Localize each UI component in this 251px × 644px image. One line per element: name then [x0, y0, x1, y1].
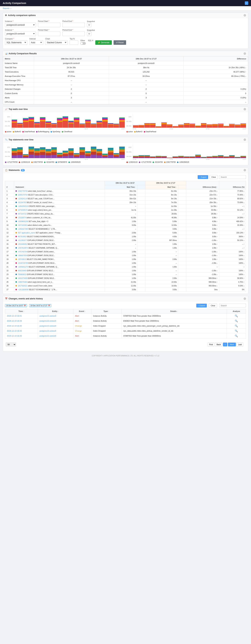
stmt-wt1-cell: 1.00s: [105, 220, 138, 224]
instance2-select[interactable]: postgres16-centos9: [5, 32, 36, 36]
bar-segment: [207, 126, 212, 128]
stmt-hash[interactable]: -312392977: [18, 240, 27, 241]
stmt-hash[interactable]: -475743704: [18, 251, 27, 253]
changes-search-input[interactable]: [219, 304, 246, 308]
instance1-select[interactable]: postgres16-centos9: [5, 23, 36, 27]
bar-group: [156, 126, 161, 128]
stmt-hash[interactable]: 838159960: [18, 270, 26, 272]
period-start1-input[interactable]: 2024/12/19 16:27: [38, 23, 60, 27]
analyse-icon[interactable]: 🔍: [235, 330, 238, 332]
expand-icon[interactable]: ⤢: [245, 2, 248, 5]
statements-info-icon[interactable]: i: [244, 169, 246, 172]
change-time-link[interactable]: 2024-12-19 16:30: [7, 335, 22, 337]
statements-export-button[interactable]: ↑ Export: [198, 175, 208, 179]
pagination-back[interactable]: Back: [215, 342, 222, 346]
change-time-link[interactable]: 2024-12-19 16:41: [7, 315, 22, 317]
stmt-hash[interactable]: SET application_name: [18, 232, 35, 234]
change-entity-link[interactable]: postgres16-centos9: [39, 320, 56, 322]
statements-search-input[interactable]: [219, 175, 246, 179]
diff-col-header: Difference: [184, 56, 248, 61]
top-statements-info-icon[interactable]: i: [244, 138, 246, 141]
generate-icon: ⚡: [98, 41, 100, 44]
change-entity-link[interactable]: postgres16-centos9: [39, 330, 56, 332]
chart-select[interactable]: Stacked Column: [45, 40, 68, 45]
analyse-icon[interactable]: 🔍: [235, 314, 238, 317]
breadcrumb-reports[interactable]: Reports: [3, 7, 9, 9]
pagination-last[interactable]: Last: [237, 342, 243, 346]
change-time-link[interactable]: 2024-12-19 16:30: [7, 325, 22, 327]
changes-info-icon[interactable]: i: [244, 298, 246, 300]
change-time-link[interactable]: 2024-12-19 16:39: [7, 320, 22, 322]
top-waits-header[interactable]: 📈 Top waits over time i: [3, 106, 248, 112]
change-entity-link[interactable]: postgres16-centos9: [39, 315, 56, 317]
stmt-hash[interactable]: +1913269938: [18, 289, 28, 290]
period-end2-input[interactable]: 2024/12/19 17:27: [62, 32, 85, 36]
bar-segment: [156, 158, 161, 158]
options-section-header[interactable]: ⚙ Activity comparison options i: [3, 13, 248, 18]
snapshot2-btn[interactable]: ▽: [87, 32, 91, 36]
stmt-hash[interactable]: -28743615: [18, 258, 26, 260]
stmt-hash[interactable]: -1456356529: [18, 205, 28, 207]
bar-segment: [51, 150, 57, 152]
statements-clear-button[interactable]: Clear: [210, 175, 218, 179]
interval-select[interactable]: Auto: [29, 40, 43, 45]
stmt-hash[interactable]: -123024119: [18, 198, 27, 200]
stmt-wt1b-cell: [137, 189, 145, 193]
results-info-icon[interactable]: i: [244, 52, 246, 55]
statement-row: 18 -388607854 EXPLAIN (FORMAT JSON) SELE…: [5, 254, 246, 258]
stmt-hash[interactable]: -348675484: [18, 281, 27, 283]
stmt-hash[interactable]: -291646452: [18, 243, 27, 245]
legend-color: [51, 131, 52, 132]
changes-section-header[interactable]: 📅 Changes, events and alerts history i: [3, 296, 248, 302]
stmt-hash[interactable]: 1392778709: [18, 190, 27, 192]
compare-select[interactable]: SQL Statements: [5, 40, 27, 45]
bar-group: [12, 148, 17, 158]
generate-button[interactable]: ⚡ Generate: [95, 40, 112, 45]
statements-section-header[interactable]: 📋 Statements 31 i: [3, 168, 248, 173]
stmt-hash[interactable]: -388607854: [18, 254, 27, 256]
stmt-hash[interactable]: 1045579793: [18, 194, 27, 196]
metric-name-cell: Total DB Time: [3, 66, 34, 70]
stmt-hash[interactable]: 447154721: [18, 213, 26, 215]
stmt-hash[interactable]: 705869015: [18, 274, 26, 276]
bar-group: [235, 124, 240, 128]
top-waits-info-icon[interactable]: i: [244, 108, 246, 110]
stmt-hash[interactable]: -2099695238: [18, 220, 28, 222]
other-toggle[interactable]: [80, 42, 86, 45]
top-statements-header[interactable]: 📉 Top statements over time i: [3, 137, 248, 142]
period-start2-input[interactable]: 2024/12/19 16:57: [38, 32, 60, 36]
analyse-icon[interactable]: 🔍: [235, 334, 238, 337]
changes-clear-button[interactable]: Clear: [209, 304, 217, 308]
stmt-sql: CREATE INDEX rides_passenger...: [28, 205, 56, 207]
stmt-hash[interactable]: -25320574: [18, 217, 26, 218]
options-info-icon[interactable]: i: [244, 14, 246, 16]
stmt-hash[interactable]: -1005001270: [18, 266, 28, 268]
results-section-header[interactable]: 📊 Activity Comparison Results i: [3, 51, 248, 56]
stmt-hash[interactable]: -92164783: [18, 202, 26, 204]
stmt-hash[interactable]: -1356427084: [18, 228, 28, 230]
stmt-hash[interactable]: -2106720705: [18, 262, 28, 264]
period-end1-input[interactable]: 2024/12/19 16:57: [62, 23, 85, 27]
change-entity-link[interactable]: postgres16-centos9: [39, 335, 56, 337]
stmt-hash[interactable]: 1875839570: [18, 209, 27, 211]
change-entity-link[interactable]: postgres16-centos9: [39, 325, 56, 327]
pagination-next[interactable]: Next: [228, 342, 236, 346]
pagination-first[interactable]: First: [208, 342, 214, 346]
analyse-icon[interactable]: 🔍: [235, 320, 238, 322]
per-page-select[interactable]: 50: [6, 342, 16, 346]
stmt-hash[interactable]: -2007616874: [18, 247, 28, 249]
stmt-hash[interactable]: 1491673430: [18, 277, 27, 279]
topn-input[interactable]: 20: [70, 40, 78, 45]
analyse-icon[interactable]: 🔍: [235, 324, 238, 327]
stmt-hash[interactable]: -937103362: [18, 224, 27, 226]
bar-segment: [34, 151, 40, 153]
snapshot1-btn[interactable]: ▽: [87, 23, 91, 27]
stmt-hash[interactable]: 967353953: [18, 236, 26, 238]
sql-hash-label: SQL #: [88, 40, 93, 42]
stmt-hash[interactable]: 1917582621: [18, 285, 27, 287]
change-time-link[interactable]: 2024-12-19 16:30: [7, 330, 22, 332]
reset-button[interactable]: ↺ Reset: [114, 40, 126, 45]
changes-export-button[interactable]: ↑ Export: [196, 304, 207, 308]
legend-label: 1875839570: [57, 161, 67, 163]
pagination-page1[interactable]: 1: [223, 342, 227, 346]
